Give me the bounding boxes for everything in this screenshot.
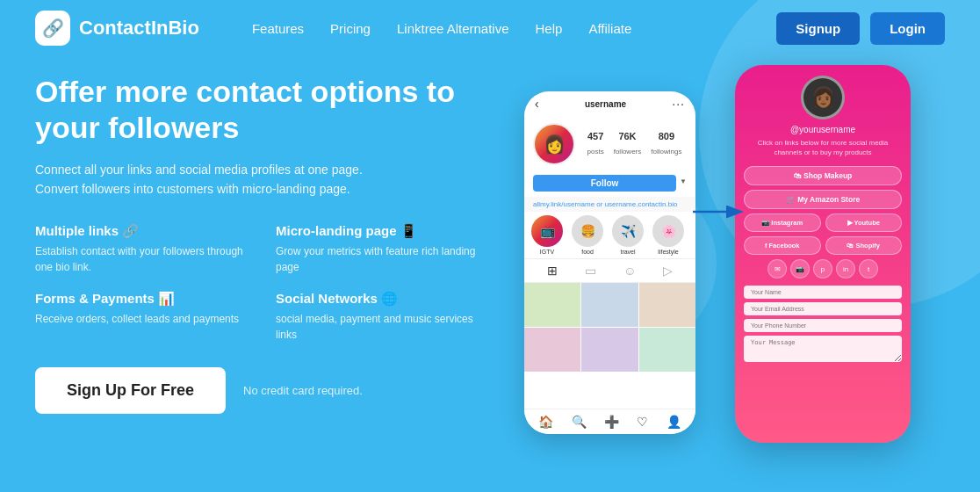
ig-following-label: followings <box>651 148 681 156</box>
ig-profile-row: 👩 457 posts 76K followers 809 followings <box>524 116 695 169</box>
nav-link-linktree[interactable]: Linktree Alternative <box>397 21 509 36</box>
ig-follow-row: Follow ▼ <box>524 169 695 197</box>
ig-stat-followers: 76K followers <box>614 131 642 157</box>
hero-subtitle-line1: Connect all your links and social media … <box>35 160 490 179</box>
hero-title: Offer more contact options to your follo… <box>35 74 490 146</box>
no-credit-text: No credit card required. <box>243 384 363 397</box>
feature-forms-desc: Receive orders, collect leads and paymen… <box>35 311 249 327</box>
hero-subtitle: Connect all your links and social media … <box>35 160 490 199</box>
hero-section: Offer more contact options to your follo… <box>35 56 490 443</box>
ig-grid-cell-4 <box>524 328 580 372</box>
ig-posts-count: 457 <box>587 131 604 141</box>
ig-story-label-4: lifestyle <box>658 249 678 255</box>
phone-mockups: ‹ username ··· 👩 457 posts 76K followers <box>490 56 945 443</box>
ig-story-label-1: IGTV <box>540 249 554 255</box>
nav-buttons: Signup Login <box>776 12 945 45</box>
cib-instagram-btn[interactable]: 📷 Instagram <box>744 213 821 232</box>
ig-grid-cell-6 <box>639 328 695 372</box>
ig-story-ring-4: 🌸 <box>652 215 684 247</box>
ig-options-icon: ··· <box>672 97 685 111</box>
ig-story-food: 🍔 food <box>572 215 603 255</box>
cib-name-input[interactable] <box>744 286 902 299</box>
ig-stat-following: 809 followings <box>651 131 681 157</box>
login-button[interactable]: Login <box>870 12 945 45</box>
arrow-indicator <box>691 201 748 222</box>
cib-phone-input[interactable] <box>744 319 902 332</box>
arrow-svg <box>691 201 748 222</box>
ig-back-icon: ‹ <box>535 97 539 111</box>
ig-story-label-2: food <box>581 249 594 255</box>
ig-grid-cell-3 <box>639 283 695 327</box>
ig-followers-count: 76K <box>614 131 642 141</box>
nav-link-features[interactable]: Features <box>252 21 304 36</box>
feature-social-networks: Social Networks 🌐 social media, payment … <box>276 291 490 343</box>
feature-multiple-links-desc: Establish contact with your followers th… <box>35 243 249 275</box>
cib-social-row-2: f Facebook 🛍 Shopify <box>744 236 902 255</box>
ig-avatar: 👩 <box>533 123 575 165</box>
ig-stat-posts: 457 posts <box>587 131 604 157</box>
feature-social-desc: social media, payment and music services… <box>276 311 490 343</box>
logo-text: ContactInBio <box>79 17 199 40</box>
feature-micro-landing-title: Micro-landing page 📱 <box>276 223 490 239</box>
ig-single-view-icon: ▭ <box>585 264 596 278</box>
cib-social-row-1: 📷 Instagram ▶ Youtube <box>744 213 902 232</box>
ig-story-igtv: 📺 IGTV <box>531 215 563 255</box>
feature-forms-payments: Forms & Payments 📊 Receive orders, colle… <box>35 291 249 343</box>
cib-shopify-btn[interactable]: 🛍 Shopify <box>825 236 903 255</box>
feature-forms-title: Forms & Payments 📊 <box>35 291 249 307</box>
ig-story-ring-2: 🍔 <box>572 215 603 247</box>
cib-icon-pinterest[interactable]: p <box>813 259 832 279</box>
ig-profile-stats: 457 posts 76K followers 809 followings <box>582 131 687 157</box>
ig-heart-icon: ♡ <box>637 415 648 429</box>
ig-photo-grid <box>524 283 695 372</box>
cib-tagline: Click on links below for more social med… <box>744 138 902 157</box>
ig-search-icon: 🔍 <box>572 415 587 429</box>
ig-follow-button[interactable]: Follow <box>533 175 676 192</box>
cib-icon-camera[interactable]: 📷 <box>790 259 810 279</box>
logo-icon: 🔗 <box>35 11 70 46</box>
hero-subtitle-line2: Convert followers into customers with mi… <box>35 179 490 199</box>
nav-links: Features Pricing Linktree Alternative He… <box>252 21 776 36</box>
nav-link-help[interactable]: Help <box>536 21 563 36</box>
cib-icon-linkedin[interactable]: in <box>836 259 855 279</box>
cta-button[interactable]: Sign Up For Free <box>35 367 226 414</box>
cib-message-textarea[interactable] <box>744 336 902 362</box>
cta-row: Sign Up For Free No credit card required… <box>35 367 490 414</box>
feature-micro-landing: Micro-landing page 📱 Grow your metrics w… <box>276 223 490 275</box>
cib-youtube-btn[interactable]: ▶ Youtube <box>825 213 903 232</box>
cib-icon-twitter[interactable]: t <box>859 259 878 279</box>
ig-grid-cell-5 <box>581 328 638 372</box>
nav-link-affiliate[interactable]: Affiliate <box>588 21 631 36</box>
nav-link-pricing[interactable]: Pricing <box>330 21 371 36</box>
ig-following-count: 809 <box>651 131 681 141</box>
navbar: 🔗 ContactInBio Features Pricing Linktree… <box>0 0 980 56</box>
ig-bottom-nav: 🏠 🔍 ➕ ♡ 👤 <box>524 409 695 434</box>
cib-email-input[interactable] <box>744 302 902 315</box>
feature-multiple-links: Multiple links 🔗 Establish contact with … <box>35 223 249 275</box>
ig-view-tabs: ⊞ ▭ ☺ ▷ <box>524 258 695 283</box>
main-content: Offer more contact options to your follo… <box>0 56 980 443</box>
feature-micro-landing-desc: Grow your metrics with feature rich land… <box>276 243 490 275</box>
ig-stories-row: 📺 IGTV 🍔 food ✈️ travel 🌸 lifestyle <box>524 212 695 258</box>
cib-phone-mockup: 👩🏾 @yourusername Click on links below fo… <box>735 65 911 443</box>
ig-grid-cell-1 <box>524 283 580 327</box>
ig-reels-icon: ▷ <box>663 264 673 278</box>
ig-followers-label: followers <box>614 148 642 156</box>
signup-button[interactable]: Signup <box>776 12 860 45</box>
ig-add-icon: ➕ <box>604 415 619 429</box>
ig-story-label-3: travel <box>620 249 635 255</box>
ig-story-ring-1: 📺 <box>531 215 563 247</box>
ig-story-lifestyle: 🌸 lifestyle <box>652 215 684 255</box>
ig-grid-view-icon: ⊞ <box>547 264 558 278</box>
cib-amazon-btn[interactable]: 🛒 My Amazon Store <box>744 190 902 209</box>
ig-bio-link: allmy.link/username or username.contacti… <box>524 197 695 212</box>
ig-story-ring-3: ✈️ <box>612 215 644 247</box>
cib-shop-makeup-btn[interactable]: 🛍 Shop Makeup <box>744 166 902 185</box>
logo[interactable]: 🔗 ContactInBio <box>35 11 199 46</box>
ig-home-icon: 🏠 <box>538 415 553 429</box>
cib-facebook-btn[interactable]: f Facebook <box>744 236 821 255</box>
cib-icon-mail[interactable]: ✉ <box>767 259 787 279</box>
ig-dropdown-icon: ▼ <box>680 177 687 185</box>
ig-grid-cell-2 <box>581 283 638 327</box>
ig-username-label: username <box>585 99 626 109</box>
